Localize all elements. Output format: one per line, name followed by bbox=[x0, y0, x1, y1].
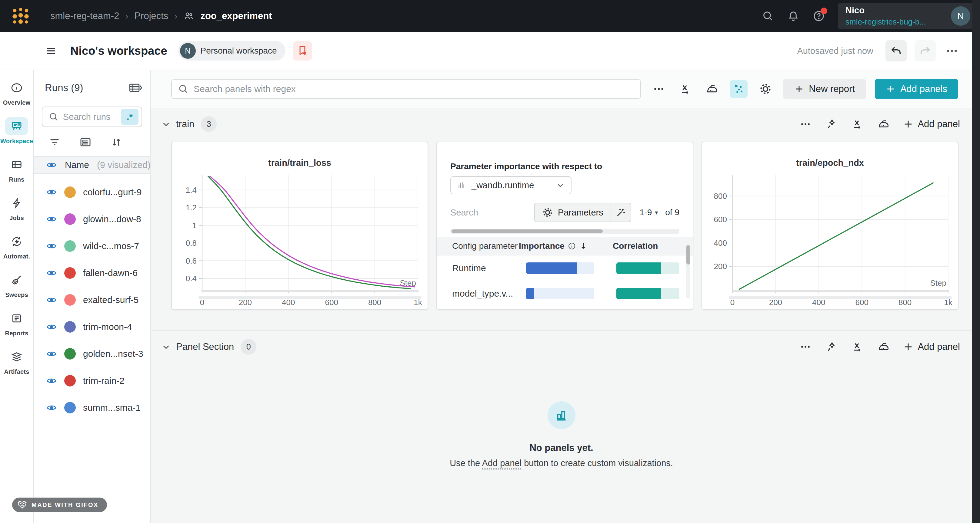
column-importance[interactable]: Importance bbox=[519, 241, 565, 251]
run-row[interactable]: exalted-surf-5 bbox=[34, 286, 150, 313]
run-name[interactable]: summ...sma-1 bbox=[83, 403, 141, 413]
wandb-logo-icon[interactable] bbox=[11, 6, 30, 26]
run-row[interactable]: trim-rain-2 bbox=[34, 367, 150, 394]
importance-table-row[interactable]: model_type.v... bbox=[450, 281, 679, 306]
run-name[interactable]: exalted-surf-5 bbox=[83, 295, 138, 305]
horizontal-scrollbar[interactable] bbox=[450, 229, 679, 234]
eye-visibility-icon[interactable] bbox=[46, 349, 57, 359]
eye-icon[interactable] bbox=[46, 160, 57, 170]
run-row[interactable]: fallen-dawn-6 bbox=[34, 259, 150, 286]
eye-visibility-icon[interactable] bbox=[46, 375, 57, 386]
run-name[interactable]: golden...nset-3 bbox=[83, 349, 143, 359]
run-color-dot[interactable] bbox=[64, 321, 76, 333]
run-row[interactable]: glowin...dow-8 bbox=[34, 206, 150, 233]
run-name[interactable]: fallen-dawn-6 bbox=[83, 268, 138, 278]
help-icon[interactable] bbox=[813, 10, 825, 22]
notifications-bell-icon[interactable] bbox=[787, 10, 799, 22]
outliers-scatter-icon[interactable] bbox=[730, 80, 748, 98]
smoothing-iron-icon[interactable] bbox=[877, 117, 890, 131]
filter-icon[interactable] bbox=[48, 136, 60, 148]
run-name[interactable]: trim-moon-4 bbox=[83, 322, 132, 332]
more-options-icon[interactable] bbox=[943, 43, 960, 59]
settings-gear-icon[interactable] bbox=[757, 80, 774, 98]
sidebar-item-jobs[interactable]: Jobs bbox=[5, 194, 28, 222]
eye-visibility-icon[interactable] bbox=[46, 241, 57, 252]
magic-wand-icon[interactable] bbox=[611, 203, 631, 222]
chevron-down-icon[interactable] bbox=[161, 119, 171, 129]
sidebar-item-runs[interactable]: Runs bbox=[5, 155, 28, 183]
vertical-scrollbar[interactable] bbox=[686, 244, 690, 298]
sidebar-item-workspace[interactable]: Workspace bbox=[0, 117, 33, 145]
new-report-button[interactable]: New report bbox=[783, 79, 866, 99]
pagination[interactable]: 1-9 ▾ of 9 bbox=[640, 208, 679, 217]
sort-icon[interactable] bbox=[110, 136, 123, 148]
pin-section-icon[interactable] bbox=[825, 117, 838, 131]
x-axis-settings-icon[interactable] bbox=[851, 117, 864, 131]
x-axis-settings-icon[interactable] bbox=[851, 340, 864, 353]
more-options-icon[interactable] bbox=[799, 117, 812, 131]
parameters-button[interactable]: Parameters bbox=[535, 203, 611, 222]
add-panel-button[interactable]: Add panel bbox=[903, 119, 960, 130]
eye-visibility-icon[interactable] bbox=[46, 322, 57, 332]
panel-epoch-ndx[interactable]: train/epoch_ndx 02004006008001k200400600… bbox=[702, 142, 958, 310]
section-title[interactable]: Panel Section bbox=[176, 341, 234, 352]
avatar[interactable]: N bbox=[951, 6, 970, 26]
more-options-icon[interactable] bbox=[650, 80, 668, 98]
regex-toggle[interactable]: .* bbox=[121, 109, 138, 125]
sidebar-item-automat[interactable]: Automat. bbox=[3, 233, 30, 260]
run-color-dot[interactable] bbox=[64, 187, 76, 198]
run-color-dot[interactable] bbox=[64, 267, 76, 279]
more-options-icon[interactable] bbox=[799, 340, 812, 353]
clear-workspace-icon[interactable] bbox=[293, 41, 312, 60]
breadcrumb-projects[interactable]: Projects bbox=[134, 11, 168, 22]
personal-workspace-badge[interactable]: N Personal workspace bbox=[178, 41, 285, 60]
run-color-dot[interactable] bbox=[64, 294, 76, 306]
run-row[interactable]: colorfu...gurt-9 bbox=[34, 179, 150, 206]
profile-menu[interactable]: Nico smle-registries-bug-b... N bbox=[838, 3, 974, 29]
run-color-dot[interactable] bbox=[64, 213, 76, 225]
breadcrumb-project[interactable]: zoo_experiment bbox=[200, 11, 272, 22]
run-row[interactable]: wild-c...mos-7 bbox=[34, 233, 150, 259]
run-name[interactable]: glowin...dow-8 bbox=[83, 214, 141, 224]
sort-desc-arrow-icon[interactable] bbox=[579, 242, 587, 250]
search-icon[interactable] bbox=[762, 10, 774, 22]
runs-list-header[interactable]: Name (9 visualized) bbox=[34, 156, 150, 174]
panel-parameter-importance[interactable]: Parameter importance with respect to _wa… bbox=[436, 142, 693, 310]
runs-table-expand-icon[interactable] bbox=[129, 81, 142, 94]
smoothing-iron-icon[interactable] bbox=[877, 340, 890, 353]
sidebar-item-artifacts[interactable]: Artifacts bbox=[4, 348, 29, 375]
add-panel-button[interactable]: Add panel bbox=[903, 341, 960, 352]
parameter-search-input[interactable]: Search bbox=[450, 208, 478, 218]
run-name[interactable]: trim-rain-2 bbox=[83, 376, 124, 386]
add-panels-button[interactable]: Add panels bbox=[875, 79, 958, 99]
section-title[interactable]: train bbox=[176, 119, 194, 130]
x-axis-settings-icon[interactable] bbox=[677, 80, 694, 98]
sidebar-item-reports[interactable]: Reports bbox=[5, 309, 29, 337]
eye-visibility-icon[interactable] bbox=[46, 214, 57, 225]
run-name[interactable]: colorfu...gurt-9 bbox=[83, 187, 142, 197]
run-row[interactable]: summ...sma-1 bbox=[34, 394, 150, 421]
run-color-dot[interactable] bbox=[64, 402, 76, 414]
run-color-dot[interactable] bbox=[64, 240, 76, 252]
search-panels-input[interactable]: Search panels with regex bbox=[171, 79, 641, 99]
smoothing-iron-icon[interactable] bbox=[703, 80, 721, 98]
column-config-parameter[interactable]: Config parameter bbox=[437, 241, 519, 251]
importance-table-row[interactable]: Runtime bbox=[450, 255, 679, 281]
eye-visibility-icon[interactable] bbox=[46, 402, 57, 413]
redo-button[interactable] bbox=[915, 40, 936, 62]
profile-org[interactable]: smle-registries-bug-b... bbox=[845, 17, 926, 27]
search-runs-input[interactable]: Search runs .* bbox=[42, 106, 142, 127]
breadcrumb-team[interactable]: smle-reg-team-2 bbox=[50, 11, 119, 22]
eye-visibility-icon[interactable] bbox=[46, 268, 57, 279]
sidebar-item-sweeps[interactable]: Sweeps bbox=[5, 271, 28, 298]
eye-visibility-icon[interactable] bbox=[46, 187, 57, 198]
column-correlation[interactable]: Correlation bbox=[604, 241, 658, 251]
undo-button[interactable] bbox=[885, 40, 907, 62]
hamburger-menu-icon[interactable] bbox=[45, 45, 57, 57]
pin-section-icon[interactable] bbox=[825, 340, 838, 353]
chevron-down-icon[interactable] bbox=[161, 342, 171, 352]
group-list-icon[interactable] bbox=[80, 136, 92, 148]
run-name[interactable]: wild-c...mos-7 bbox=[83, 241, 139, 251]
metric-select[interactable]: _wandb.runtime bbox=[450, 176, 571, 194]
run-color-dot[interactable] bbox=[64, 348, 76, 360]
